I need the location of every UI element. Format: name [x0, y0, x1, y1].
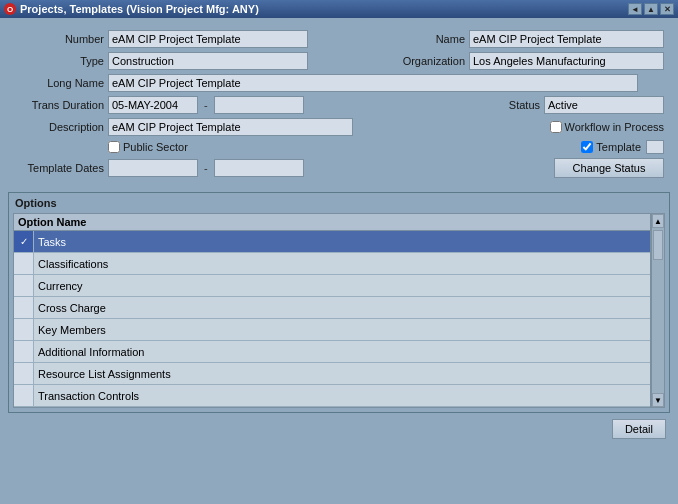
desc-input[interactable]: [108, 118, 353, 136]
options-list: Option Name TasksClassificationsCurrency…: [13, 213, 651, 408]
options-item[interactable]: Resource List Assignments: [14, 363, 650, 385]
options-item[interactable]: Additional Information: [14, 341, 650, 363]
template-label: Template: [596, 141, 641, 153]
options-item-label: Classifications: [34, 253, 650, 274]
template-checkbox-row: Template: [581, 140, 664, 154]
workflow-checkbox[interactable]: [550, 121, 562, 133]
templatedates-changestatus-row: Template Dates - Change Status: [14, 158, 664, 178]
detail-button[interactable]: Detail: [612, 419, 666, 439]
main-content: Number Name Type Organization Long Name …: [0, 18, 678, 504]
status-input[interactable]: [544, 96, 664, 114]
name-input[interactable]: [469, 30, 664, 48]
org-input[interactable]: [469, 52, 664, 70]
transdur-end-input[interactable]: [214, 96, 304, 114]
workflow-label: Workflow in Process: [565, 121, 664, 133]
maximize-button[interactable]: ▲: [644, 3, 658, 15]
separator-2: -: [202, 162, 210, 174]
options-item-checkbox[interactable]: [14, 341, 34, 362]
options-item-checkbox[interactable]: [14, 231, 34, 252]
desc-label: Description: [14, 121, 104, 133]
templatedate-end-input[interactable]: [214, 159, 304, 177]
bottom-bar: Detail: [8, 413, 670, 443]
longname-input[interactable]: [108, 74, 638, 92]
options-item[interactable]: Classifications: [14, 253, 650, 275]
app-icon: O: [4, 3, 16, 15]
number-input[interactable]: [108, 30, 308, 48]
separator-1: -: [202, 99, 210, 111]
options-header: Option Name: [14, 214, 650, 231]
org-label: Organization: [375, 55, 465, 67]
options-item-checkbox[interactable]: [14, 297, 34, 318]
options-item-label: Transaction Controls: [34, 385, 650, 406]
templatedates-label: Template Dates: [14, 162, 104, 174]
options-item-checkbox[interactable]: [14, 253, 34, 274]
options-item-label: Currency: [34, 275, 650, 296]
type-label: Type: [14, 55, 104, 67]
options-title: Options: [15, 197, 665, 209]
options-item[interactable]: Transaction Controls: [14, 385, 650, 407]
desc-workflow-row: Description Workflow in Process: [14, 118, 664, 136]
minimize-button[interactable]: ◄: [628, 3, 642, 15]
title-bar: O Projects, Templates (Vision Project Mf…: [0, 0, 678, 18]
options-items-container: TasksClassificationsCurrencyCross Charge…: [14, 231, 650, 407]
number-label: Number: [14, 33, 104, 45]
close-button[interactable]: ✕: [660, 3, 674, 15]
number-name-row: Number Name: [14, 30, 664, 48]
scrollbar-up-button[interactable]: ▲: [652, 214, 664, 228]
publicsector-template-row: Public Sector Template: [14, 140, 664, 154]
options-item[interactable]: Currency: [14, 275, 650, 297]
options-item[interactable]: Cross Charge: [14, 297, 650, 319]
options-item-checkbox[interactable]: [14, 275, 34, 296]
title-bar-left: O Projects, Templates (Vision Project Mf…: [4, 3, 259, 15]
transdur-label: Trans Duration: [14, 99, 104, 111]
transdur-start-input[interactable]: [108, 96, 198, 114]
options-item-label: Key Members: [34, 319, 650, 340]
status-label: Status: [450, 99, 540, 111]
options-item-checkbox[interactable]: [14, 319, 34, 340]
options-item-checkbox[interactable]: [14, 363, 34, 384]
title-bar-text: Projects, Templates (Vision Project Mfg:…: [20, 3, 259, 15]
transdur-status-row: Trans Duration - Status: [14, 96, 664, 114]
publicsector-label: Public Sector: [123, 141, 188, 153]
options-item-checkbox[interactable]: [14, 385, 34, 406]
type-org-row: Type Organization: [14, 52, 664, 70]
scrollbar-down-button[interactable]: ▼: [652, 393, 664, 407]
scrollbar-thumb[interactable]: [653, 230, 663, 260]
templatedate-start-input[interactable]: [108, 159, 198, 177]
options-item-label: Cross Charge: [34, 297, 650, 318]
template-checkbox[interactable]: [581, 141, 593, 153]
title-bar-controls[interactable]: ◄ ▲ ✕: [628, 3, 674, 15]
options-item-label: Additional Information: [34, 341, 650, 362]
options-section: Options Option Name TasksClassifications…: [8, 192, 670, 413]
longname-row: Long Name: [14, 74, 664, 92]
options-table-wrapper: Option Name TasksClassificationsCurrency…: [13, 213, 665, 408]
longname-label: Long Name: [14, 77, 104, 89]
publicsector-checkbox-row: Public Sector: [108, 141, 188, 153]
workflow-checkbox-row: Workflow in Process: [550, 121, 664, 133]
options-item[interactable]: Key Members: [14, 319, 650, 341]
change-status-button[interactable]: Change Status: [554, 158, 664, 178]
form-area: Number Name Type Organization Long Name …: [8, 26, 670, 186]
template-extra-box: [646, 140, 664, 154]
type-input[interactable]: [108, 52, 308, 70]
name-label: Name: [375, 33, 465, 45]
publicsector-checkbox[interactable]: [108, 141, 120, 153]
options-item-label: Resource List Assignments: [34, 363, 650, 384]
options-scrollbar[interactable]: ▲ ▼: [651, 213, 665, 408]
options-item-label: Tasks: [34, 231, 650, 252]
options-item[interactable]: Tasks: [14, 231, 650, 253]
